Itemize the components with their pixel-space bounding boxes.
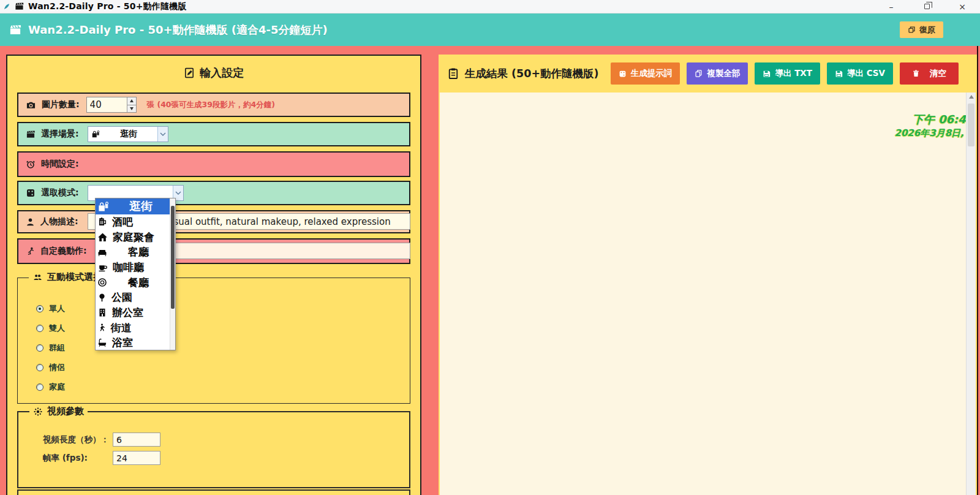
tree-icon <box>97 293 107 303</box>
scene-option-family-gathering[interactable]: 家庭聚會 <box>96 230 175 245</box>
down-arrow-icon <box>130 107 134 110</box>
scene-option-street[interactable]: 街道 <box>96 320 175 336</box>
results-header: 生成結果 (50+動作隨機版) 生成提示詞 複製全部 <box>439 55 977 93</box>
plate-icon <box>97 278 107 287</box>
dropdown-scrollbar-thumb[interactable] <box>171 206 175 309</box>
scene-combobox[interactable]: 逛街 <box>88 126 168 142</box>
interaction-mode-title: 互動模式選擇 <box>47 271 102 283</box>
coffee-cup-icon <box>97 262 108 273</box>
spin-up-button[interactable] <box>127 97 136 105</box>
clapperboard-icon <box>9 24 22 36</box>
restore-button-label: 復原 <box>919 25 935 36</box>
scene-option-restaurant[interactable]: 餐廳 <box>96 275 175 290</box>
scene-option-label: 酒吧 <box>112 215 133 229</box>
bathtub-icon <box>97 338 107 347</box>
scene-option-living-room[interactable]: 客廳 <box>96 244 175 260</box>
results-content: 下午 06:45:4 2026年3月8日, 星期 <box>440 93 976 495</box>
chevron-down-icon <box>175 191 181 195</box>
restore-icon <box>908 26 916 34</box>
scene-option-label: 餐廳 <box>128 276 149 290</box>
video-length-label: 視頻長度（秒）： <box>43 434 113 445</box>
fps-input[interactable] <box>113 451 160 465</box>
button-label: 複製全部 <box>707 68 740 79</box>
scene-option-park[interactable]: 公園 <box>96 290 175 305</box>
timestamp: 下午 06:45:4 2026年3月8日, 星期 <box>894 112 976 140</box>
image-count-note: 張 (40張可生成39段影片，約4分鐘) <box>147 100 275 110</box>
scrollbar-up-button[interactable] <box>967 95 976 99</box>
video-length-input[interactable] <box>113 433 160 447</box>
pick-mode-row: 選取模式: <box>17 181 410 205</box>
radio-option-couple[interactable]: 情侶 <box>36 361 65 374</box>
person-icon <box>26 217 35 227</box>
shopping-bags-icon <box>91 130 100 138</box>
couch-icon <box>97 248 107 257</box>
minimize-button[interactable]: – <box>873 0 909 13</box>
scene-select-label: 選擇場景: <box>41 129 79 140</box>
scene-option-label: 浴室 <box>112 336 133 350</box>
interaction-options: 單人 雙人 群組 情侶 家庭 <box>36 303 65 393</box>
input-panel-title-text: 輸入設定 <box>200 66 244 80</box>
clear-button[interactable]: 清空 <box>900 62 959 85</box>
scene-option-label: 街道 <box>111 321 132 335</box>
person-desc-label: 人物描述: <box>40 216 78 227</box>
scene-option-bathroom[interactable]: 浴室 <box>96 336 175 351</box>
radio-option-group[interactable]: 群組 <box>36 342 65 354</box>
radio-icon <box>36 364 43 371</box>
export-txt-button[interactable]: 導出 TXT <box>755 62 820 85</box>
time-setting-label: 時間設定: <box>41 159 79 170</box>
results-scrollbar[interactable] <box>966 93 976 495</box>
scene-option-shopping[interactable]: 逛街 <box>96 198 175 214</box>
scene-option-office[interactable]: 辦公室 <box>96 305 175 320</box>
alarm-clock-icon <box>26 159 36 169</box>
up-arrow-icon <box>969 95 974 99</box>
radio-icon <box>36 305 43 312</box>
timestamp-date: 2026年3月8日, 星期 <box>894 127 976 139</box>
input-settings-panel: 輸入設定 圖片數量: 張 (40張可生成39段影片，約4分鐘) 選擇場景: <box>6 55 421 495</box>
scene-option-label: 家庭聚會 <box>113 230 154 244</box>
clipboard-icon <box>447 67 459 80</box>
app-header: Wan2.2-Daily Pro - 50+動作隨機版 (適合4-5分鐘短片) … <box>0 13 980 46</box>
image-count-input[interactable] <box>87 97 127 112</box>
copy-icon <box>695 69 703 78</box>
button-label: 導出 TXT <box>775 68 812 79</box>
edit-note-icon <box>184 67 195 78</box>
people-icon <box>32 273 43 282</box>
pick-mode-label: 選取模式: <box>41 187 79 198</box>
scene-option-cafe[interactable]: 咖啡廳 <box>96 260 175 275</box>
radio-option-double[interactable]: 雙人 <box>36 322 65 334</box>
scrollbar-thumb[interactable] <box>968 104 974 146</box>
office-building-icon <box>97 308 107 317</box>
house-icon <box>97 232 108 243</box>
radio-option-family[interactable]: 家庭 <box>36 381 65 393</box>
save-icon <box>835 70 843 78</box>
close-button[interactable]: × <box>944 0 980 13</box>
image-count-row: 圖片數量: 張 (40張可生成39段影片，約4分鐘) <box>17 93 410 117</box>
camera-icon <box>26 100 36 110</box>
up-arrow-icon <box>130 99 134 102</box>
restore-button[interactable]: 復原 <box>900 21 943 38</box>
save-icon <box>763 70 771 78</box>
copy-all-button[interactable]: 複製全部 <box>687 62 748 85</box>
video-params-section: 視頻參數 視頻長度（秒）： 幀率 (fps): <box>17 411 410 488</box>
scene-option-bar[interactable]: 酒吧 <box>96 214 175 230</box>
scene-option-label: 咖啡廳 <box>113 260 144 274</box>
spin-down-button[interactable] <box>127 105 136 113</box>
video-length-field: 視頻長度（秒）： <box>43 433 160 447</box>
maximize-restore-button[interactable] <box>909 0 944 13</box>
scene-option-label: 客廳 <box>128 245 149 259</box>
scene-option-label: 逛街 <box>129 198 153 214</box>
dropdown-scrollbar[interactable] <box>170 198 175 350</box>
shopping-bags-icon <box>97 201 109 213</box>
scene-dropdown-list: 逛街 酒吧 家庭聚會 客廳 <box>95 198 176 350</box>
radio-label: 家庭 <box>49 382 65 393</box>
generate-prompts-button[interactable]: 生成提示詞 <box>611 62 680 85</box>
input-panel-title: 輸入設定 <box>7 66 420 80</box>
window-right-frame <box>977 46 980 495</box>
combobox-arrow-button[interactable] <box>157 127 168 142</box>
feather-icon <box>3 2 10 11</box>
radio-option-single[interactable]: 單人 <box>36 303 65 315</box>
export-csv-button[interactable]: 導出 CSV <box>827 62 893 85</box>
trash-icon <box>912 69 920 78</box>
results-title: 生成結果 (50+動作隨機版) <box>465 66 599 81</box>
results-panel: 生成結果 (50+動作隨機版) 生成提示詞 複製全部 <box>439 55 977 495</box>
